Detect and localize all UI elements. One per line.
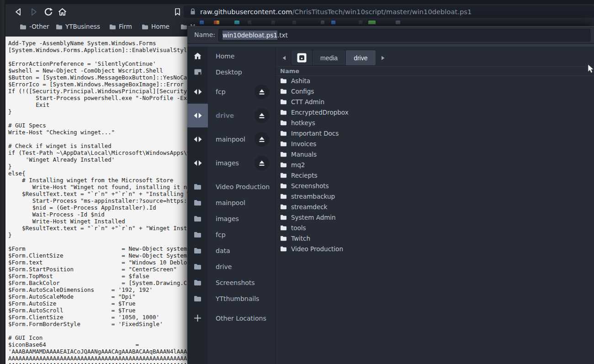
sidebar-item-drive-bookmark[interactable]: drive	[187, 258, 275, 274]
name-column-header[interactable]: Name	[276, 66, 594, 76]
sidebar-item-data[interactable]: data	[187, 243, 275, 258]
bookmark-item[interactable]: Home	[142, 22, 170, 31]
mouse-cursor-icon	[588, 64, 594, 74]
file-row[interactable]: streambackup	[276, 191, 594, 201]
file-row[interactable]: mq2	[276, 159, 594, 170]
eject-icon	[259, 160, 265, 166]
file-row[interactable]: System Admin	[276, 212, 594, 222]
drive-icon	[194, 136, 202, 142]
back-icon	[15, 8, 22, 16]
file-row[interactable]: EncryptedDropbox	[276, 107, 594, 117]
eject-button[interactable]	[255, 132, 269, 147]
file-list: Ashita Configs CTT Admin EncryptedDropbo…	[276, 75, 594, 364]
reload-button[interactable]	[42, 5, 55, 18]
eject-button[interactable]	[255, 156, 269, 170]
sidebar-item-mainpool[interactable]: mainpool	[187, 195, 275, 211]
eject-icon	[259, 137, 265, 142]
file-row[interactable]: Ashita	[276, 75, 594, 86]
file-row[interactable]: Manuals	[276, 149, 594, 159]
favicon-sliver	[292, 21, 296, 24]
filename-selected-text: win10debloat.ps1	[223, 31, 277, 40]
path-back-button[interactable]	[278, 50, 290, 65]
sidebar-item-screenshots[interactable]: Screenshots	[187, 274, 275, 290]
sidebar-item-home[interactable]: Home	[187, 48, 275, 64]
folder-icon	[280, 88, 287, 94]
eject-button[interactable]	[255, 84, 269, 99]
bookmark-item[interactable]: YTBusiness	[56, 22, 100, 31]
sidebar-item-drive[interactable]: drive	[187, 104, 275, 127]
home-icon	[194, 53, 202, 59]
sidebar-item-desktop[interactable]: Desktop	[187, 64, 275, 80]
favicon-sliver	[359, 21, 362, 24]
folder-icon	[280, 172, 287, 178]
file-row[interactable]: hotkeys	[276, 117, 594, 128]
folder-icon	[280, 193, 287, 199]
file-row[interactable]: tools	[276, 222, 594, 233]
favicon-sliver	[248, 21, 251, 24]
file-row[interactable]: Configs	[276, 86, 594, 96]
path-forward-button[interactable]	[377, 50, 389, 65]
favicon-sliver	[321, 21, 324, 24]
file-row[interactable]: Video Production	[276, 243, 594, 254]
folder-icon	[194, 279, 202, 286]
file-row[interactable]: Important Docs	[276, 128, 594, 138]
file-row[interactable]: Screenshots	[276, 180, 594, 191]
sidebar-item-fcp[interactable]: fcp	[187, 227, 275, 243]
breadcrumb-segment-drive[interactable]: drive	[346, 50, 375, 65]
favicon-sliver	[368, 21, 376, 24]
bookmark-item[interactable]: Firm	[109, 22, 132, 31]
file-row[interactable]: Invoices	[276, 138, 594, 149]
back-button[interactable]	[12, 5, 25, 18]
folder-icon	[280, 99, 287, 105]
folder-icon	[280, 141, 287, 147]
folder-icon	[280, 235, 287, 241]
home-nav-icon	[58, 8, 67, 16]
favicon-sliver	[396, 21, 400, 24]
plus-icon	[194, 315, 201, 322]
sidebar-item-images[interactable]: images	[187, 211, 275, 227]
places-sidebar: Home Desktop fcp drive	[187, 47, 275, 364]
sidebar-item-fcp-drive[interactable]: fcp	[187, 80, 275, 104]
file-row[interactable]: CTT Admin	[276, 96, 594, 107]
url-bar[interactable]: raw.githubusercontent.com/ChrisTitusTech…	[184, 5, 594, 18]
folder-icon	[280, 151, 287, 157]
filename-input[interactable]: win10debloat.ps1.txt	[218, 29, 590, 42]
folder-icon	[280, 78, 287, 84]
breadcrumb-segment-media[interactable]: media	[313, 50, 346, 65]
url-path: /ChrisTitusTech/win10script/master/win10…	[292, 8, 472, 16]
folder-icon	[280, 204, 287, 210]
file-pane: media drive Name Ashita Configs CTT Admi…	[275, 47, 594, 364]
eject-icon	[259, 89, 265, 95]
raw-script-text: Add-Type -AssemblyName System.Windows.Fo…	[5, 37, 187, 364]
favicon-sliver	[331, 21, 335, 24]
breadcrumb-root[interactable]	[292, 50, 313, 65]
folder-icon	[142, 24, 148, 30]
reload-icon	[44, 7, 53, 16]
bookmark-page-button[interactable]	[171, 5, 184, 18]
eject-button[interactable]	[255, 108, 269, 123]
sidebar-item-other-locations[interactable]: Other Locations	[187, 310, 275, 326]
folder-icon	[194, 231, 202, 238]
favicon-sliver	[214, 21, 219, 24]
home-button[interactable]	[56, 5, 69, 18]
file-row[interactable]: Twitch	[276, 233, 594, 243]
screen: raw.githubusercontent.com/ChrisTitusTech…	[0, 0, 594, 364]
folder-icon	[194, 215, 202, 222]
page-content: Add-Type -AssemblyName System.Windows.Fo…	[5, 37, 187, 364]
drive-icon	[194, 89, 202, 95]
dialog-body: Home Desktop fcp drive	[187, 44, 594, 364]
sidebar-item-ytthumbnails[interactable]: YTthumbnails	[187, 290, 275, 306]
drive-icon	[194, 112, 202, 119]
sidebar-item-video-production[interactable]: Video Production	[187, 179, 275, 195]
bookmark-item[interactable]: -Other	[20, 22, 49, 31]
file-row[interactable]: Reciepts	[276, 170, 594, 180]
sidebar-item-images-drive[interactable]: images	[187, 151, 275, 175]
folder-icon	[194, 263, 202, 270]
forward-button[interactable]	[27, 5, 40, 18]
breadcrumb: media drive	[278, 50, 389, 65]
folder-icon	[280, 246, 287, 252]
browser-toolbar: raw.githubusercontent.com/ChrisTitusTech…	[5, 4, 594, 19]
folder-icon	[280, 162, 287, 168]
file-row[interactable]: streamdeck	[276, 201, 594, 212]
sidebar-item-mainpool-drive[interactable]: mainpool	[187, 127, 275, 151]
